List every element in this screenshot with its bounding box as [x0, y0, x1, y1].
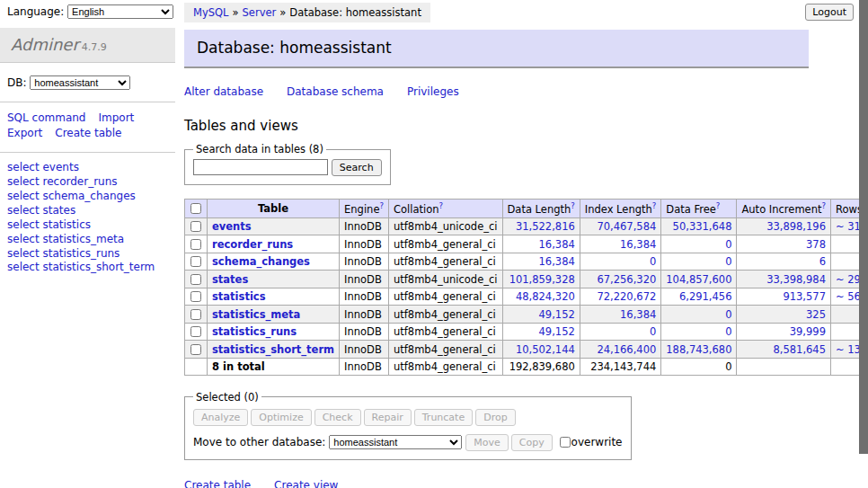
help-link[interactable]: ?: [821, 203, 826, 216]
index-length-link[interactable]: 0: [650, 255, 656, 268]
table-name-link[interactable]: statistics: [212, 290, 266, 303]
link-database-schema[interactable]: Database schema: [287, 85, 384, 98]
drop-button[interactable]: Drop: [475, 409, 515, 426]
data-length-link[interactable]: 48,824,320: [516, 290, 575, 303]
sidebar-table-link[interactable]: statistics: [42, 218, 91, 231]
link-create-table[interactable]: Create table: [184, 479, 251, 488]
row-checkbox[interactable]: [190, 239, 201, 250]
scrollbar-track[interactable]: [859, 0, 868, 488]
link-alter-database[interactable]: Alter database: [184, 85, 263, 98]
index-length-link[interactable]: 24,166,400: [597, 343, 656, 356]
auto-increment-link[interactable]: 378: [806, 238, 826, 251]
sidebar-table-link[interactable]: statistics_runs: [42, 247, 120, 260]
analyze-button[interactable]: Analyze: [193, 409, 248, 426]
language-select[interactable]: English: [67, 4, 173, 19]
sidebar-link-sql-command[interactable]: SQL command: [7, 111, 85, 124]
table-name-link[interactable]: statistics_short_term: [212, 343, 334, 356]
breadcrumb-link-mysql[interactable]: MySQL: [193, 6, 229, 19]
data-free-link[interactable]: 0: [725, 308, 731, 321]
sidebar-link-import[interactable]: Import: [98, 111, 134, 124]
move-button[interactable]: Move: [465, 434, 509, 451]
data-length-link[interactable]: 101,859,328: [509, 273, 575, 286]
help-link[interactable]: ?: [571, 203, 575, 216]
auto-increment-link[interactable]: 8,581,645: [773, 343, 826, 356]
data-free-link[interactable]: 0: [725, 255, 731, 268]
index-length-link[interactable]: 72,220,672: [597, 290, 656, 303]
overwrite-checkbox[interactable]: [560, 437, 571, 448]
auto-increment-link[interactable]: 39,999: [790, 325, 826, 338]
copy-button[interactable]: Copy: [511, 434, 553, 451]
search-input[interactable]: [193, 159, 328, 175]
select-link[interactable]: select: [7, 161, 40, 173]
data-free-link[interactable]: 104,857,600: [666, 273, 731, 286]
breadcrumb-link-server[interactable]: Server: [243, 6, 277, 19]
row-checkbox[interactable]: [190, 291, 201, 302]
auto-increment-link[interactable]: 33,898,196: [766, 220, 826, 233]
auto-increment-link[interactable]: 33,398,984: [766, 273, 826, 286]
data-length-link[interactable]: 49,152: [539, 308, 575, 321]
row-checkbox[interactable]: [190, 326, 201, 337]
sidebar-link-export[interactable]: Export: [7, 127, 42, 139]
row-checkbox[interactable]: [190, 274, 201, 285]
row-checkbox[interactable]: [190, 256, 201, 267]
index-length-link[interactable]: 16,384: [620, 238, 656, 251]
data-free-link[interactable]: 0: [725, 238, 731, 251]
data-free-link[interactable]: 6,291,456: [679, 290, 732, 303]
data-free-link[interactable]: 188,743,680: [666, 343, 731, 356]
sidebar-link-create-table[interactable]: Create table: [55, 127, 121, 139]
auto-increment-link[interactable]: 6: [819, 255, 826, 268]
truncate-button[interactable]: Truncate: [414, 409, 473, 426]
sidebar-table-link[interactable]: statistics_short_term: [42, 261, 155, 273]
db-select[interactable]: homeassistant: [30, 75, 130, 90]
select-all-checkbox[interactable]: [190, 203, 201, 214]
table-name-link[interactable]: recorder_runs: [212, 238, 293, 251]
help-link[interactable]: ?: [439, 203, 444, 216]
row-checkbox[interactable]: [190, 344, 201, 355]
link-create-view[interactable]: Create view: [274, 479, 338, 488]
select-link[interactable]: select: [7, 233, 40, 245]
link-privileges[interactable]: Privileges: [407, 85, 459, 98]
repair-button[interactable]: Repair: [364, 409, 412, 426]
row-checkbox[interactable]: [190, 309, 201, 320]
logout-button[interactable]: Logout: [805, 4, 854, 21]
data-free-link[interactable]: 50,331,648: [673, 220, 732, 233]
index-length-link[interactable]: 0: [650, 325, 656, 338]
help-link[interactable]: ?: [652, 203, 657, 216]
data-length-link[interactable]: 31,522,816: [516, 220, 575, 233]
select-link[interactable]: select: [7, 247, 40, 260]
data-length-link[interactable]: 16,384: [539, 238, 575, 251]
data-length-link[interactable]: 49,152: [539, 325, 575, 338]
select-link[interactable]: select: [7, 204, 40, 217]
app-name[interactable]: Adminer: [11, 35, 79, 54]
move-db-select[interactable]: homeassistant: [329, 435, 462, 449]
data-free-link[interactable]: 0: [725, 325, 731, 338]
select-link[interactable]: select: [7, 190, 40, 202]
select-link[interactable]: select: [7, 218, 40, 231]
help-link[interactable]: ?: [379, 203, 384, 216]
row-checkbox[interactable]: [190, 221, 201, 232]
table-name-link[interactable]: schema_changes: [212, 255, 310, 268]
sidebar-table-link[interactable]: recorder_runs: [42, 175, 117, 188]
optimize-button[interactable]: Optimize: [251, 409, 311, 426]
data-length-link[interactable]: 10,502,144: [516, 343, 575, 356]
auto-increment-link[interactable]: 913,577: [783, 290, 826, 303]
index-length-link[interactable]: 16,384: [620, 308, 656, 321]
sidebar-table-link[interactable]: statistics_meta: [42, 233, 124, 245]
help-link[interactable]: ?: [716, 203, 721, 216]
data-length-link[interactable]: 16,384: [539, 255, 575, 268]
index-length-link[interactable]: 67,256,320: [597, 273, 656, 286]
table-name-link[interactable]: events: [212, 220, 252, 233]
search-button[interactable]: Search: [332, 159, 382, 176]
scrollbar-thumb[interactable]: [859, 0, 868, 454]
select-link[interactable]: select: [7, 175, 40, 188]
sidebar-table-link[interactable]: states: [42, 204, 75, 217]
sidebar-table-link[interactable]: schema_changes: [42, 190, 135, 202]
check-button[interactable]: Check: [314, 409, 361, 426]
sidebar-table-link[interactable]: events: [42, 161, 78, 173]
table-name-link[interactable]: statistics_meta: [212, 308, 300, 321]
select-link[interactable]: select: [7, 261, 40, 273]
table-name-link[interactable]: states: [212, 273, 248, 286]
index-length-link[interactable]: 70,467,584: [597, 220, 656, 233]
table-name-link[interactable]: statistics_runs: [212, 325, 297, 338]
auto-increment-link[interactable]: 325: [806, 308, 826, 321]
